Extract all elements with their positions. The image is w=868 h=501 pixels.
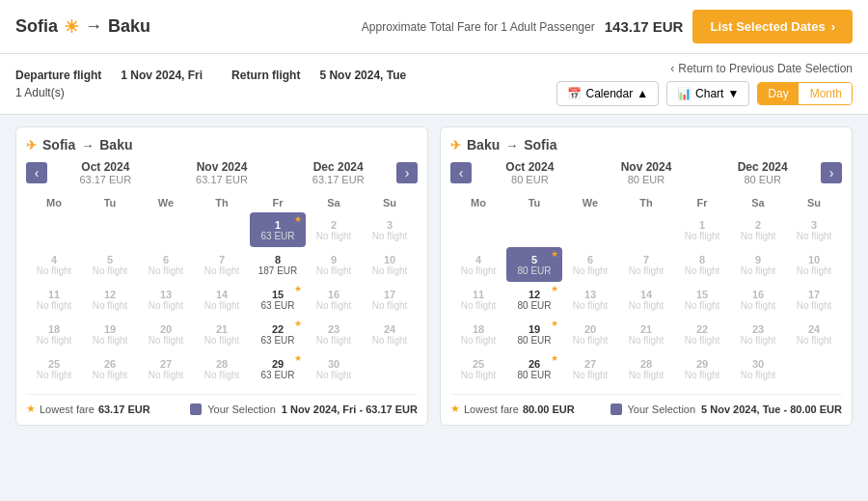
day-header: Sa — [730, 193, 786, 212]
next-month-button[interactable]: › — [396, 162, 418, 183]
calendar-cell: 21No flight — [618, 317, 674, 351]
lowest-fare-star-icon: ★ — [294, 353, 302, 363]
calendar-cell: 11No flight — [26, 282, 82, 317]
calendar-cell[interactable]: ★1563 EUR — [250, 282, 306, 317]
cell-fare: No flight — [629, 265, 665, 276]
calendar-cell: 30No flight — [306, 351, 362, 386]
calendar-cell[interactable]: ★1280 EUR — [506, 282, 562, 317]
date-number: 22 — [696, 323, 708, 335]
cell-fare: No flight — [461, 300, 497, 311]
cell-fare: 80 EUR — [517, 265, 551, 276]
cell-fare: No flight — [629, 300, 665, 311]
calendar-cell: 3No flight — [362, 212, 418, 247]
date-number: 20 — [584, 323, 596, 335]
route-header: ✈ Baku → Sofia — [450, 137, 842, 153]
date-number: 30 — [752, 358, 764, 370]
calendar-toggle-button[interactable]: 📅 Calendar ▲ — [556, 81, 659, 106]
calendar-cell: 20No flight — [562, 317, 618, 351]
prev-month-button[interactable]: ‹ — [26, 162, 47, 183]
lowest-fare-icon: ★ — [450, 403, 460, 415]
calendar-cell[interactable]: ★1980 EUR — [506, 317, 562, 351]
lowest-fare-star-icon: ★ — [551, 353, 558, 363]
calendar-cell[interactable]: ★580 EUR — [506, 247, 562, 282]
date-number: 1 — [699, 219, 705, 231]
chart-chevron-icon: ▼ — [727, 87, 739, 100]
cell-fare: No flight — [316, 265, 352, 276]
cell-fare: 63 EUR — [260, 370, 294, 380]
calendar-cell[interactable]: ★2963 EUR — [250, 351, 306, 386]
selection-color-box — [610, 404, 622, 415]
calendar-cell[interactable]: ★2680 EUR — [506, 351, 562, 386]
top-bar: Sofia ☀ → Baku Approximate Total Fare fo… — [0, 0, 868, 54]
date-number: 21 — [216, 323, 228, 335]
day-header: Th — [194, 193, 250, 212]
cell-fare: No flight — [461, 265, 497, 276]
month-col-2: Dec 202463.17 EUR — [280, 160, 396, 185]
left-calendar-panel: ✈ Sofia → Baku ‹Oct 202463.17 EURNov 202… — [15, 126, 428, 426]
cell-fare: No flight — [316, 231, 352, 241]
list-selected-dates-button[interactable]: List Selected Dates › — [692, 10, 853, 43]
day-header: Fr — [250, 193, 306, 212]
chart-toggle-button[interactable]: 📊 Chart ▼ — [666, 81, 749, 106]
calendar-cell[interactable]: ★2263 EUR — [250, 317, 306, 351]
date-number: 18 — [473, 323, 484, 335]
selection-value: 1 Nov 2024, Fri - 63.17 EUR — [282, 404, 418, 415]
next-month-button[interactable]: › — [821, 162, 842, 183]
cell-fare: No flight — [629, 335, 665, 346]
calendar-cell: 26No flight — [82, 351, 138, 386]
day-header: Fr — [674, 193, 730, 212]
date-number: 17 — [808, 289, 820, 300]
calendar-cell: 2No flight — [730, 212, 786, 247]
date-number: 7 — [219, 254, 225, 265]
date-number: 8 — [275, 254, 281, 265]
date-number: 11 — [473, 289, 484, 300]
prev-month-button[interactable]: ‹ — [450, 162, 472, 183]
month-fare: 80 EUR — [704, 174, 821, 185]
date-number: 30 — [328, 358, 339, 370]
cell-fare: No flight — [372, 300, 408, 311]
plane-origin-icon: ✈ — [450, 138, 461, 153]
calendar-cell[interactable]: ★163 EUR — [250, 212, 306, 247]
cell-fare: No flight — [316, 370, 352, 380]
cell-fare: No flight — [37, 265, 72, 276]
month-button[interactable]: Month — [800, 83, 852, 104]
cell-fare: No flight — [797, 300, 832, 311]
route-header: ✈ Sofia → Baku — [26, 137, 418, 153]
calendar-cell: 29No flight — [674, 351, 730, 386]
date-number: 13 — [584, 289, 596, 300]
date-number: 25 — [473, 358, 484, 370]
date-number: 16 — [328, 289, 339, 300]
your-selection-info: Your Selection 5 Nov 2024, Tue - 80.00 E… — [610, 404, 842, 415]
cell-fare: No flight — [741, 370, 776, 380]
date-number: 6 — [163, 254, 169, 265]
date-number: 19 — [104, 323, 116, 335]
chart-icon: 📊 — [677, 87, 692, 100]
route-to: Baku — [99, 137, 132, 153]
cell-fare: No flight — [461, 370, 497, 380]
cell-fare: No flight — [461, 335, 497, 346]
day-header: Tu — [506, 193, 562, 212]
back-link[interactable]: ‹ Return to Previous Date Selection — [670, 62, 853, 75]
route-from: Sofia — [42, 137, 75, 153]
date-number: 23 — [752, 323, 764, 335]
selection-label: Your Selection — [628, 404, 696, 415]
cell-fare: No flight — [573, 300, 609, 311]
lowest-fare-star-icon: ★ — [551, 249, 558, 259]
cell-fare: No flight — [316, 335, 352, 346]
cell-fare: 80 EUR — [517, 300, 551, 311]
calendar-cell[interactable]: 8187 EUR — [250, 247, 306, 282]
date-number: 12 — [529, 289, 540, 300]
back-link-label: Return to Previous Date Selection — [678, 62, 853, 75]
calendar-footer: ★ Lowest fare 63.17 EUR Your Selection 1… — [26, 394, 418, 415]
day-button[interactable]: Day — [758, 83, 798, 104]
month-fare: 80 EUR — [472, 174, 588, 185]
sub-bar: Departure flight 1 Nov 2024, Fri Return … — [0, 54, 868, 115]
cell-fare: No flight — [741, 300, 776, 311]
calendar-cell: 25No flight — [26, 351, 82, 386]
date-number: 28 — [216, 358, 228, 370]
cell-fare: No flight — [372, 231, 408, 241]
cell-fare: No flight — [685, 231, 720, 241]
calendar-cell: 28No flight — [194, 351, 250, 386]
lowest-fare-star-icon: ★ — [294, 214, 302, 224]
date-number: 21 — [640, 323, 652, 335]
